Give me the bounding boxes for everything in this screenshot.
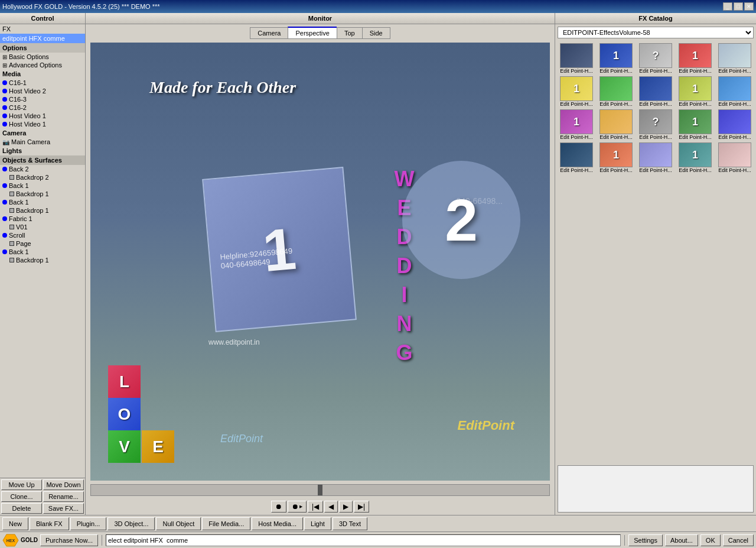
camera-tab[interactable]: Camera <box>250 27 288 39</box>
object-backdrop1b[interactable]: Backdrop 1 <box>0 206 85 215</box>
3d-object-button[interactable]: 3D Object... <box>107 517 155 530</box>
fx-thumb-4[interactable]: 1 Edit Point-H... <box>676 43 714 74</box>
media-c16-1[interactable]: C16-1 <box>0 79 85 87</box>
title-bar-buttons[interactable]: _ □ ✕ <box>723 2 754 11</box>
fx-thumb-label-17: Edit Point-H... <box>599 168 633 174</box>
editpoint-brand: EditPoint <box>457 418 514 433</box>
fx-thumb-7[interactable]: Edit Point-H... <box>597 76 635 108</box>
fx-thumb-12[interactable]: Edit Point-H... <box>597 109 635 141</box>
object-back2[interactable]: Back 2 <box>0 165 85 173</box>
about-button[interactable]: About... <box>665 534 698 546</box>
fx-thumb-5[interactable]: Edit Point-H... <box>716 43 754 74</box>
fx-thumb-11[interactable]: 1 Edit Point-H... <box>558 109 595 141</box>
move-down-button[interactable]: Move Down <box>43 479 84 490</box>
fx-thumb-18[interactable]: Edit Point-H... <box>637 142 674 174</box>
fx-thumb-label-13: Edit Point-H... <box>639 135 672 141</box>
move-up-button[interactable]: Move Up <box>1 479 42 490</box>
bottom-toolbar: New Blank FX Plugin... 3D Object... Null… <box>0 515 756 531</box>
object-page[interactable]: Page <box>0 239 85 248</box>
side-tab[interactable]: Side <box>362 27 390 39</box>
top-tab[interactable]: Top <box>337 27 362 39</box>
media-host-video-1a[interactable]: Host Video 1 <box>0 112 85 120</box>
fx-thumb-19[interactable]: 1 Edit Point-H... <box>676 142 714 174</box>
null-object-button[interactable]: Null Object <box>156 517 201 530</box>
block-pink: L <box>108 365 141 398</box>
timeline-area[interactable] <box>90 484 550 496</box>
media-c16-3[interactable]: C16-3 <box>0 95 85 103</box>
record-end-button[interactable]: ⏺▶ <box>288 501 307 513</box>
fx-thumb-label-19: Edit Point-H... <box>679 168 712 174</box>
fx-thumb-13[interactable]: ? Edit Point-H... <box>637 109 674 141</box>
fx-thumb-8[interactable]: Edit Point-H... <box>637 76 674 108</box>
fx-thumb-20[interactable]: Edit Point-H... <box>716 142 754 174</box>
file-media-button[interactable]: File Media... <box>202 517 250 530</box>
step-forward-button[interactable]: ▶ <box>339 501 353 513</box>
purchase-now-button[interactable]: Purchase Now... <box>40 534 98 546</box>
fx-thumb-2[interactable]: 1 Edit Point-H... <box>597 43 635 74</box>
fx-thumb-10[interactable]: Edit Point-H... <box>716 76 754 108</box>
ok-button[interactable]: OK <box>700 534 721 546</box>
object-back1a[interactable]: Back 1 <box>0 181 85 190</box>
cancel-button[interactable]: Cancel <box>723 534 754 546</box>
advanced-options-item[interactable]: ⊞ Advanced Options <box>0 61 85 69</box>
skip-forward-button[interactable]: ▶| <box>354 501 369 513</box>
skip-back-button[interactable]: |◀ <box>308 501 323 513</box>
blank-fx-button[interactable]: Blank FX <box>30 517 69 530</box>
fx-thumb-label-4: Edit Point-H... <box>679 69 712 74</box>
fx-thumb-14[interactable]: 1 Edit Point-H... <box>676 109 714 141</box>
plugin-button[interactable]: Plugin... <box>70 517 107 530</box>
host-media-button[interactable]: Host Media... <box>252 517 303 530</box>
fx-thumb-15[interactable]: Edit Point-H... <box>716 109 754 141</box>
basic-options-item[interactable]: ⊞ Basic Options <box>0 53 85 61</box>
fx-thumb-img-5 <box>718 43 751 68</box>
fx-thumb-17[interactable]: 1 Edit Point-H... <box>597 142 635 174</box>
object-scroll[interactable]: Scroll <box>0 231 85 239</box>
media-c16-2[interactable]: C16-2 <box>0 103 85 112</box>
fx-thumb-label-11: Edit Point-H... <box>560 135 593 141</box>
main-camera-item[interactable]: 📷 Main Camera <box>0 138 85 146</box>
fx-thumb-3[interactable]: ? Edit Point-H... <box>637 43 674 74</box>
object-back1c[interactable]: Back 1 <box>0 248 85 256</box>
fx-thumb-1[interactable]: Edit Point-H... <box>558 43 595 74</box>
maximize-button[interactable]: □ <box>734 2 743 11</box>
fx-thumb-16[interactable]: Edit Point-H... <box>558 142 595 174</box>
delete-button[interactable]: Delete <box>1 503 42 514</box>
rename-button[interactable]: Rename... <box>43 491 84 502</box>
record-button[interactable]: ⏺ <box>271 501 286 513</box>
light-button[interactable]: Light <box>304 517 331 530</box>
fx-thumb-9[interactable]: 1 Edit Point-H... <box>676 76 714 108</box>
fx-thumb-img-6: 1 <box>560 76 593 101</box>
save-fx-button[interactable]: Save FX... <box>43 503 84 514</box>
fx-thumb-img-9: 1 <box>679 76 712 101</box>
svg-text:HEX: HEX <box>6 539 15 543</box>
fx-thumb-6[interactable]: 1 Edit Point-H... <box>558 76 595 108</box>
new-button[interactable]: New <box>2 517 28 530</box>
control-panel-header: Control <box>0 13 85 24</box>
object-fabric1[interactable]: Fabric 1 <box>0 215 85 223</box>
scrubber-track[interactable] <box>91 485 549 495</box>
object-backdrop2[interactable]: Backdrop 2 <box>0 173 85 181</box>
settings-button[interactable]: Settings <box>628 534 663 546</box>
status-input[interactable] <box>106 534 621 546</box>
step-back-button[interactable]: ◀ <box>324 501 338 513</box>
playback-controls: ⏺ ⏺▶ |◀ ◀ ▶ ▶| <box>86 498 555 515</box>
phone-watermark: 040-66498... <box>456 196 503 206</box>
object-backdrop1a[interactable]: Backdrop 1 <box>0 190 85 198</box>
scene-blocks: L O V E <box>108 365 174 463</box>
object-back1b[interactable]: Back 1 <box>0 198 85 206</box>
3d-text-button[interactable]: 3D Text <box>333 517 367 530</box>
scrubber-handle[interactable] <box>318 485 322 495</box>
object-backdrop1c[interactable]: Backdrop 1 <box>0 256 85 264</box>
fx-selected-item[interactable]: editpoint HFX comme <box>0 34 85 43</box>
block-green: V <box>108 430 141 463</box>
media-host-video-1b[interactable]: Host Video 1 <box>0 120 85 128</box>
close-button[interactable]: ✕ <box>744 2 754 11</box>
perspective-tab[interactable]: Perspective <box>288 27 336 39</box>
minimize-button[interactable]: _ <box>723 2 732 11</box>
fx-catalog-dropdown[interactable]: EDITPOINT-EffectsVolume-58 <box>558 27 754 38</box>
gold-label: GOLD <box>21 537 38 543</box>
object-v01[interactable]: V01 <box>0 223 85 231</box>
clone-button[interactable]: Clone... <box>1 491 42 502</box>
fx-thumb-img-11: 1 <box>560 109 593 134</box>
media-host-video-2[interactable]: Host Video 2 <box>0 87 85 95</box>
